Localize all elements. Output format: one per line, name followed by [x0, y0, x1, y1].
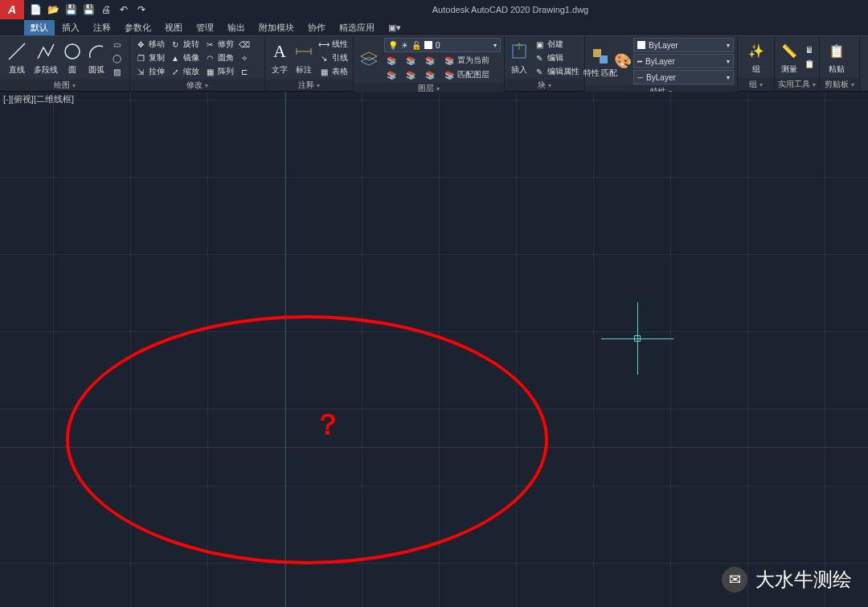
color-dropdown[interactable]: ByLayer▾ [633, 38, 734, 52]
print-icon[interactable]: 🖨 [98, 2, 114, 18]
watermark: ✉ 大水牛测绘 [722, 567, 852, 593]
panel-clip: 📋 粘贴 剪贴板 [820, 36, 860, 91]
line-button[interactable]: 直线 [3, 40, 31, 76]
open-file-icon[interactable]: 📂 [45, 2, 61, 18]
panel-group-label[interactable]: 组 [738, 78, 774, 91]
drawing-canvas[interactable]: [-][俯视][二维线框] ？ ✉ 大水牛测绘 [0, 92, 868, 607]
copy-button[interactable]: ❐复制 [133, 51, 166, 64]
pick-box [634, 335, 641, 342]
text-icon: A [268, 40, 291, 63]
explode-button[interactable]: ✧ [237, 51, 252, 64]
group-button[interactable]: ✨ 组 [745, 39, 768, 75]
paste-button[interactable]: 📋 粘贴 [823, 39, 850, 75]
lineweight-dropdown[interactable]: ━ByLayer▾ [633, 54, 734, 68]
layer-name: 0 [436, 41, 440, 50]
rotate-button[interactable]: ↻旋转 [168, 38, 201, 51]
panel-util-label[interactable]: 实用工具 [775, 78, 819, 91]
grid-line [0, 408, 868, 409]
ribbon-tabs: 默认 插入 注释 参数化 视图 管理 输出 附加模块 协作 精选应用 ▣▾ [0, 19, 868, 35]
move-icon: ✥ [135, 39, 146, 50]
redo-icon[interactable]: ↷ [133, 2, 149, 18]
grid-line [0, 563, 868, 564]
leader-icon: ↘ [318, 52, 330, 64]
hatch-button[interactable]: ▨ [109, 65, 124, 78]
trim-button[interactable]: ✂修剪 [203, 38, 235, 51]
svg-rect-9 [600, 55, 608, 64]
color-wheel-button[interactable]: 🎨 [614, 50, 632, 72]
polyline-icon [35, 40, 57, 63]
tab-annotate[interactable]: 注释 [87, 20, 117, 35]
layer-dropdown[interactable]: 💡 ☀ 🔓 0 ▾ [384, 38, 501, 52]
text-button[interactable]: A 文字 [268, 40, 291, 76]
match-layer-button[interactable]: 📚匹配图层 [442, 68, 491, 81]
panel-properties: 特性 匹配 🎨 ByLayer▾ ━ByLayer▾ ─ByLayer▾ 特性 [585, 36, 738, 91]
scale-button[interactable]: ⤢缩放 [168, 65, 201, 78]
new-file-icon[interactable]: 📄 [27, 2, 43, 18]
tab-collab[interactable]: 协作 [301, 20, 332, 35]
fillet-button[interactable]: ◠圆角 [203, 51, 235, 64]
panel-modify-label[interactable]: 修改 [130, 80, 264, 91]
layer-btn-a[interactable]: 📚 [384, 54, 399, 67]
set-current-button[interactable]: 📚置为当前 [442, 54, 491, 67]
lightbulb-icon: 💡 [388, 41, 398, 50]
svg-point-1 [65, 44, 80, 59]
annotation-ellipse [66, 315, 548, 564]
table-icon: ▦ [318, 66, 330, 77]
match-props-button[interactable]: 特性 匹配 [588, 45, 612, 77]
tab-default[interactable]: 默认 [24, 20, 55, 35]
tab-addons[interactable]: 附加模块 [252, 20, 301, 35]
edit-block-button[interactable]: ✎编辑 [532, 51, 581, 64]
ellipse-button[interactable]: ◯ [109, 51, 124, 64]
mirror-button[interactable]: ▲镜像 [168, 51, 201, 64]
layer-btn-b[interactable]: 📚 [403, 54, 418, 67]
rectangle-button[interactable]: ▭ [109, 38, 124, 51]
array-button[interactable]: ▦阵列 [203, 65, 235, 78]
tab-manage[interactable]: 管理 [190, 20, 220, 35]
util-a[interactable]: 🖩 [802, 44, 817, 57]
dim-button[interactable]: 标注 [293, 40, 315, 76]
edit-attr-button[interactable]: ✎编辑属性 [532, 65, 581, 78]
svg-line-0 [9, 43, 25, 59]
create-block-button[interactable]: ▣创建 [532, 38, 581, 51]
ellipse-icon: ◯ [111, 52, 122, 64]
table-button[interactable]: ▦表格 [317, 65, 350, 78]
linetype-dropdown[interactable]: ─ByLayer▾ [633, 70, 734, 84]
polyline-button[interactable]: 多段线 [32, 40, 59, 76]
save-icon[interactable]: 💾 [63, 2, 79, 18]
measure-icon: 📏 [778, 39, 800, 62]
panel-clip-label[interactable]: 剪贴板 [820, 78, 859, 91]
panel-block-label[interactable]: 块 [505, 80, 584, 91]
layer-btn-c[interactable]: 📚 [423, 54, 437, 67]
linear-dim-button[interactable]: ⟷线性 [317, 38, 350, 51]
tab-express[interactable]: ▣▾ [382, 21, 407, 35]
explode-icon: ✧ [239, 52, 250, 64]
util-b[interactable]: 📋 [802, 58, 817, 71]
undo-icon[interactable]: ↶ [116, 2, 132, 18]
app-logo[interactable]: A [0, 0, 24, 19]
grid-line [0, 331, 868, 332]
move-button[interactable]: ✥移动 [133, 38, 166, 51]
arc-button[interactable]: 圆弧 [85, 40, 108, 76]
measure-button[interactable]: 📏 测量 [778, 39, 800, 75]
title-bar: A 📄 📂 💾 💾 🖨 ↶ ↷ Autodesk AutoCAD 2020 Dr… [0, 0, 868, 19]
circle-button[interactable]: 圆 [61, 40, 84, 76]
grid-line [670, 92, 671, 607]
layer-btn-f[interactable]: 📚 [423, 68, 437, 81]
leader-button[interactable]: ↘引线 [317, 51, 350, 64]
saveas-icon[interactable]: 💾 [80, 2, 96, 18]
offset-button[interactable]: ⊏ [237, 65, 252, 78]
stretch-button[interactable]: ⇲拉伸 [133, 65, 166, 78]
panel-annotate-label[interactable]: 注释 [265, 80, 353, 91]
layer-btn-d[interactable]: 📚 [384, 68, 399, 81]
tab-output[interactable]: 输出 [221, 20, 252, 35]
erase-button[interactable]: ⌫ [237, 38, 252, 51]
tab-view[interactable]: 视图 [158, 20, 189, 35]
insert-block-button[interactable]: 插入 [508, 40, 530, 76]
layer-props-button[interactable] [357, 48, 381, 71]
tab-featured[interactable]: 精选应用 [333, 20, 381, 35]
layer-btn-e[interactable]: 📚 [403, 68, 418, 81]
panel-draw-label[interactable]: 绘图 [0, 80, 129, 91]
line-icon [6, 40, 28, 63]
tab-insert[interactable]: 插入 [55, 20, 86, 35]
tab-parametric[interactable]: 参数化 [118, 20, 158, 35]
